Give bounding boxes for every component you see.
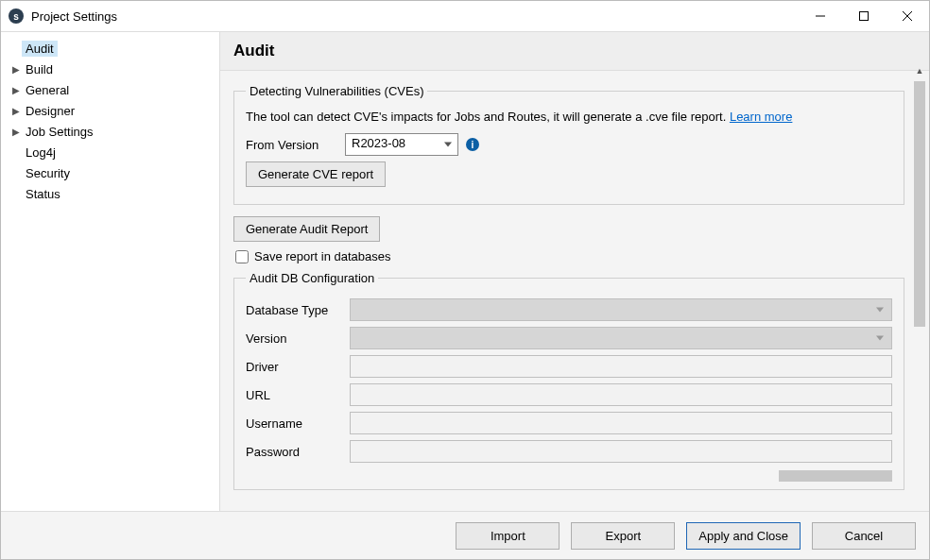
database-type-label: Database Type	[246, 303, 350, 317]
username-label: Username	[246, 416, 350, 431]
sidebar-item-label: Status	[22, 186, 64, 202]
save-in-db-label: Save report in databases	[254, 249, 391, 263]
db-config-group: Audit DB Configuration Database Type Ver…	[233, 271, 904, 490]
save-in-db-checkbox[interactable]	[235, 250, 249, 263]
sidebar-item-job-settings[interactable]: ▶ Job Settings	[1, 121, 219, 142]
from-version-select[interactable]: R2023-08	[345, 133, 458, 156]
from-version-label: From Version	[246, 138, 345, 152]
export-button[interactable]: Export	[571, 522, 675, 550]
sidebar-item-label: Audit	[22, 41, 58, 57]
sidebar-item-build[interactable]: ▶ Build	[1, 59, 219, 79]
chevron-right-icon: ▶	[10, 106, 22, 116]
driver-label: Driver	[246, 360, 350, 374]
db-config-legend: Audit DB Configuration	[246, 271, 378, 285]
sidebar-item-security[interactable]: Security	[1, 162, 219, 183]
cancel-button[interactable]: Cancel	[812, 522, 916, 550]
sidebar-item-log4j[interactable]: Log4j	[1, 142, 219, 162]
chevron-right-icon: ▶	[10, 85, 22, 95]
sidebar-item-label: Security	[22, 165, 74, 181]
chevron-right-icon: ▶	[10, 127, 22, 137]
maximize-button[interactable]	[842, 1, 886, 31]
url-label: URL	[246, 388, 350, 402]
sidebar-item-status[interactable]: Status	[1, 183, 219, 204]
apply-and-close-button[interactable]: Apply and Close	[686, 522, 801, 550]
generate-cve-button[interactable]: Generate CVE report	[246, 161, 386, 187]
cve-description: The tool can detect CVE's impacts for Jo…	[246, 110, 730, 124]
horizontal-scroll-thumb[interactable]	[779, 470, 892, 482]
close-button[interactable]	[886, 1, 929, 31]
vertical-scrollbar[interactable]: ▲	[912, 66, 927, 511]
minimize-button[interactable]	[799, 1, 842, 31]
main-content: Detecting Vulnerabilities (CVEs) The too…	[220, 71, 929, 511]
from-version-value: R2023-08	[352, 136, 405, 150]
sidebar-item-general[interactable]: ▶ General	[1, 79, 219, 100]
learn-more-link[interactable]: Learn more	[730, 110, 792, 124]
password-input[interactable]	[350, 440, 892, 463]
horizontal-scrollbar[interactable]	[246, 468, 892, 484]
sidebar-item-label: Build	[22, 61, 57, 77]
url-input[interactable]	[350, 383, 892, 406]
svg-rect-1	[860, 12, 869, 21]
cve-legend: Detecting Vulnerabilities (CVEs)	[246, 84, 427, 98]
chevron-right-icon: ▶	[10, 64, 22, 75]
scroll-up-icon[interactable]: ▲	[912, 66, 927, 81]
sidebar-item-label: Job Settings	[22, 124, 97, 140]
vertical-scroll-thumb[interactable]	[914, 81, 925, 327]
cve-group: Detecting Vulnerabilities (CVEs) The too…	[233, 84, 904, 205]
sidebar-item-label: General	[22, 82, 73, 98]
password-label: Password	[246, 445, 350, 459]
window-title: Project Settings	[31, 9, 117, 24]
driver-input[interactable]	[350, 355, 892, 378]
main-panel: Audit Detecting Vulnerabilities (CVEs) T…	[220, 32, 929, 511]
sidebar: Audit ▶ Build ▶ General ▶ Designer ▶ Job…	[1, 32, 220, 511]
sidebar-item-label: Designer	[22, 103, 78, 119]
sidebar-item-label: Log4j	[22, 144, 60, 161]
titlebar: s Project Settings	[1, 1, 929, 31]
app-icon: s	[9, 8, 24, 24]
db-version-select[interactable]	[350, 327, 892, 349]
sidebar-item-designer[interactable]: ▶ Designer	[1, 100, 219, 121]
database-type-select[interactable]	[350, 298, 892, 321]
db-version-label: Version	[246, 331, 350, 346]
sidebar-item-audit[interactable]: Audit	[1, 38, 219, 59]
page-title: Audit	[220, 32, 929, 71]
info-icon[interactable]: i	[466, 138, 479, 151]
dialog-footer: Import Export Apply and Close Cancel	[1, 512, 929, 559]
generate-audit-button[interactable]: Generate Audit Report	[233, 216, 380, 242]
cve-description-line: The tool can detect CVE's impacts for Jo…	[246, 110, 892, 124]
username-input[interactable]	[350, 412, 892, 434]
import-button[interactable]: Import	[456, 522, 560, 550]
